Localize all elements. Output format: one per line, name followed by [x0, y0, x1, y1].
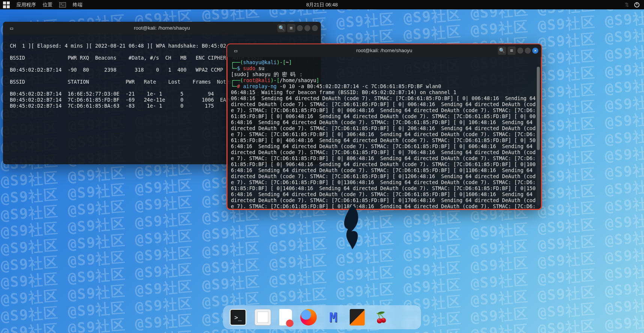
menu-icon[interactable]: ≡ [287, 24, 295, 32]
menu-icon[interactable]: ≡ [508, 46, 516, 55]
dock-files[interactable] [255, 309, 271, 326]
menu-places[interactable]: 位置 [43, 2, 52, 8]
dock-text-editor[interactable] [279, 309, 292, 326]
station-row: B0:45:02:D2:B7:14 7C:D6:61:85:FD:BF -69 … [7, 97, 235, 103]
deauth-output: 06:48:16 Sending 64 directed DeAuth (cod… [231, 95, 539, 209]
dock-metasploit[interactable]: M [325, 309, 341, 326]
gnome-topbar: 应用程序 位置 终端 8月21日 06:48 ⇅ [0, 0, 644, 9]
terminal-window-aireplay[interactable]: ▭ root@kali: /home/shaoyu 🔍 ≡ ✕ ┌──(shao… [227, 44, 541, 209]
terminal-output[interactable]: ┌──(shaoyu@kali)-[~] └─$ sudo su [sudo] … [227, 57, 541, 209]
titlebar[interactable]: ▭ root@kali: /home/shaoyu 🔍 ≡ [3, 22, 321, 34]
scrollbar[interactable] [537, 67, 540, 206]
station-header: BSSID STATION PWR Rate Lost Frames Notes… [7, 79, 256, 85]
dock: >_ M 🍒 [223, 305, 421, 329]
terminal-indicator-icon[interactable] [59, 2, 66, 8]
prompt-root: root@kali [243, 77, 271, 83]
wait-line: 06:48:15 Waiting for beacon frame (BSSID… [231, 89, 456, 95]
close-button[interactable] [312, 25, 318, 31]
cmd-sudo: sudo [243, 65, 256, 71]
cmd-aireplay-args: -0 10 -a B0:45:02:D2:B7:14 -c 7C:D6:61:8… [280, 83, 441, 89]
dock-burpsuite[interactable] [350, 309, 365, 326]
sudo-password-line: [sudo] shaoyu 的 密 码 ： [231, 71, 304, 77]
dock-firefox[interactable] [300, 309, 317, 326]
new-tab-icon[interactable]: ▭ [6, 23, 17, 33]
kali-dragon-logo [337, 204, 367, 249]
ap-header: BSSID PWR RXQ Beacons #Data, #/s CH MB E… [7, 55, 263, 61]
maximize-button[interactable] [304, 25, 310, 31]
prompt-user: shaoyu@kali [243, 59, 277, 65]
dock-terminal[interactable]: >_ [230, 309, 246, 326]
menu-terminal[interactable]: 终端 [73, 2, 82, 8]
new-tab-icon[interactable]: ▭ [230, 46, 241, 56]
scrollbar-thumb[interactable] [537, 67, 540, 150]
window-title: root@kali: /home/shaoyu [356, 48, 412, 54]
activities-icon[interactable] [3, 2, 10, 8]
clock[interactable]: 8月21日 06:48 [306, 2, 338, 8]
menu-applications[interactable]: 应用程序 [16, 2, 36, 8]
window-title: root@kali: /home/shaoyu [134, 25, 190, 31]
status-line: CH 1 ][ Elapsed: 4 mins ][ 2022-08-21 06… [7, 43, 253, 49]
station-row: B0:45:02:D2:B7:14 7C:D6:61:85:BA:63 -83 … [7, 103, 214, 109]
titlebar[interactable]: ▭ root@kali: /home/shaoyu 🔍 ≡ ✕ [227, 44, 541, 57]
maximize-button[interactable] [525, 48, 531, 54]
minimize-button[interactable] [297, 25, 303, 31]
network-icon[interactable]: ⇅ [625, 2, 629, 8]
power-icon[interactable] [634, 2, 640, 8]
dock-cherrytree[interactable]: 🍒 [373, 309, 389, 326]
prompt-root-path: /home/shaoyu [280, 77, 316, 83]
dock-app-grid[interactable] [398, 309, 414, 326]
cmd-su: su [258, 65, 264, 71]
cmd-aireplay: aireplay-ng [243, 83, 277, 89]
close-button[interactable]: ✕ [532, 48, 538, 54]
search-icon[interactable]: 🔍 [277, 24, 286, 32]
minimize-button[interactable] [517, 48, 523, 54]
search-icon[interactable]: 🔍 [498, 46, 506, 55]
